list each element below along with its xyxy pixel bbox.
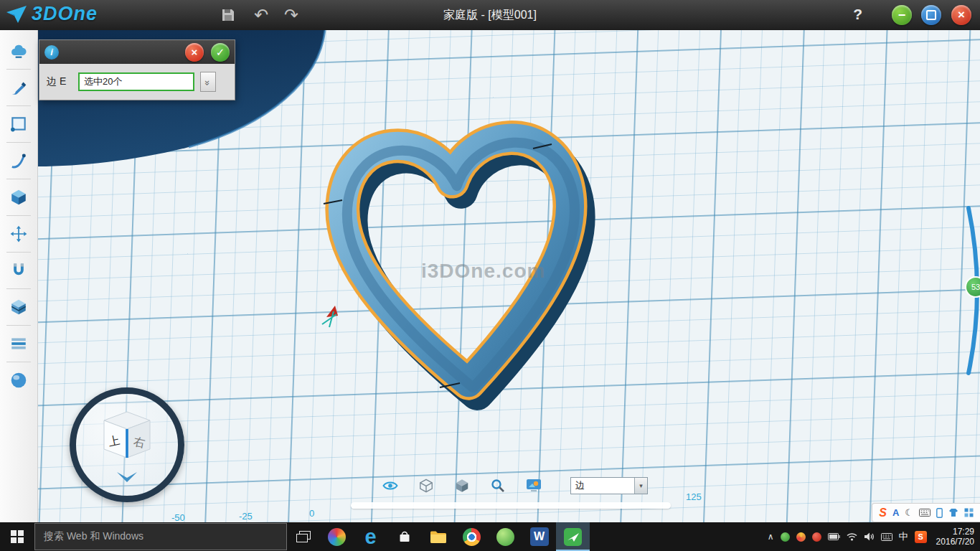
sogou-lang-icon[interactable]: A — [892, 507, 899, 518]
taskbar-app-green-browser[interactable] — [489, 522, 522, 551]
sphere-icon — [9, 371, 28, 390]
sogou-keyboard-icon[interactable] — [919, 509, 930, 517]
tray-expand-chevron[interactable]: ∧ — [768, 532, 774, 542]
minimize-button[interactable]: − — [892, 5, 912, 25]
pinwheel-icon — [328, 528, 346, 546]
tool-split-button[interactable] — [4, 293, 33, 321]
ime-indicator[interactable]: 中 — [899, 530, 908, 543]
taskbar-app-edge[interactable]: e — [354, 522, 387, 551]
shaded-cube-icon — [454, 478, 470, 494]
wifi-icon[interactable] — [847, 532, 857, 541]
curve-tool-icon — [9, 151, 28, 170]
divider — [6, 288, 31, 289]
tool-feature-button[interactable] — [4, 183, 33, 212]
taskbar-app-store[interactable] — [387, 522, 421, 551]
sogou-tray-icon[interactable]: S — [915, 531, 927, 543]
taskbar-search[interactable]: 搜索 Web 和 Windows — [34, 523, 287, 550]
eye-icon — [382, 480, 398, 491]
save-button[interactable] — [221, 7, 235, 26]
info-icon: i — [44, 45, 59, 60]
folder-icon — [430, 530, 447, 544]
tray-red-app-icon[interactable] — [812, 532, 821, 542]
taskbar-app-explorer[interactable] — [421, 522, 455, 551]
drag-handle-marker[interactable] — [322, 306, 338, 327]
wireframe-view-button[interactable] — [417, 476, 435, 495]
double-chevron-icon: » — [202, 80, 213, 83]
divider — [6, 252, 31, 253]
sogou-logo-icon[interactable]: S — [879, 507, 887, 519]
clock-time: 17:29 — [936, 527, 974, 537]
screenshot-button[interactable] — [524, 476, 543, 495]
edge-icon: e — [364, 527, 376, 547]
horizontal-scrollbar[interactable] — [351, 502, 671, 509]
selection-count-input[interactable] — [78, 72, 194, 91]
view-cube[interactable]: 上 右 — [70, 387, 184, 502]
magnifier-icon — [490, 478, 506, 494]
sogou-phone-icon[interactable] — [936, 508, 943, 518]
clock-date: 2016/7/20 — [936, 537, 974, 547]
tool-render-button[interactable] — [4, 366, 33, 395]
cancel-button[interactable]: × — [185, 43, 204, 62]
divider — [6, 325, 31, 326]
split-solid-icon — [9, 298, 28, 316]
logo-plane-icon — [6, 5, 27, 24]
sogou-toolbox-icon[interactable] — [964, 508, 974, 517]
axis-label: 0 — [309, 508, 314, 519]
filter-dropdown[interactable]: 边 ▾ — [570, 477, 648, 494]
tool-sketch-button[interactable] — [4, 110, 33, 138]
touch-keyboard-icon[interactable] — [881, 533, 892, 541]
expand-chevron-button[interactable]: » — [200, 72, 216, 92]
shaded-view-button[interactable] — [453, 476, 471, 495]
redo-button[interactable]: ↷ — [284, 6, 298, 24]
confirm-button[interactable]: ✓ — [211, 43, 230, 62]
undo-button[interactable]: ↶ — [254, 6, 268, 24]
tool-paint-button[interactable] — [4, 73, 33, 102]
word-icon: W — [530, 527, 549, 546]
close-button[interactable]: × — [951, 5, 971, 25]
taskbar-app-word[interactable]: W — [522, 522, 556, 551]
taskbar-app-3done[interactable] — [556, 522, 590, 551]
window-title: 家庭版 - [模型001] — [0, 0, 980, 30]
visibility-eye-button[interactable] — [381, 476, 400, 495]
taskbar-app-chrome[interactable] — [455, 522, 489, 551]
view-cube-rotate-arrows — [117, 472, 137, 482]
selection-dialog: i × ✓ 边 E » — [39, 39, 235, 100]
tool-assembly-button[interactable] — [4, 256, 33, 285]
watermark: i3DOne.com — [421, 260, 545, 283]
divider — [6, 105, 31, 106]
chrome-icon — [463, 528, 481, 546]
store-bag-icon — [397, 529, 413, 545]
task-view-icon — [296, 531, 311, 542]
titlebar: 3DOne ↶ ↷ 家庭版 - [模型001] ? − × — [0, 0, 980, 30]
viewport[interactable]: i3DOne.com -50 -25 0 125 — [38, 30, 980, 522]
tool-move-button[interactable] — [4, 220, 33, 248]
sogou-skin-icon[interactable] — [948, 508, 958, 517]
axis-label: -50 — [171, 512, 185, 522]
battery-icon[interactable] — [828, 533, 840, 540]
maximize-button[interactable] — [921, 5, 941, 25]
volume-icon[interactable] — [864, 532, 875, 541]
taskbar-app-pinwheel[interactable] — [320, 522, 354, 551]
tool-section-button[interactable] — [4, 329, 33, 358]
tray-colorful-app-icon[interactable] — [796, 532, 806, 542]
zoom-button[interactable] — [489, 476, 507, 495]
task-view-button[interactable] — [287, 522, 320, 551]
section-lines-icon — [9, 334, 28, 353]
windows-taskbar: 搜索 Web 和 Windows e W — [0, 522, 980, 551]
divider — [6, 179, 31, 179]
search-placeholder: 搜索 Web 和 Windows — [44, 530, 143, 543]
dropdown-arrow-icon[interactable]: ▾ — [634, 478, 647, 494]
tool-curve-button[interactable] — [4, 146, 33, 175]
edge-field-label: 边 E — [47, 75, 72, 88]
taskbar-clock[interactable]: 17:29 2016/7/20 — [933, 527, 974, 547]
divider — [6, 215, 31, 216]
tray-green-app-icon[interactable] — [781, 532, 790, 542]
help-button[interactable]: ? — [853, 6, 862, 23]
screenshot-icon — [525, 479, 542, 493]
start-button[interactable] — [0, 522, 34, 551]
tool-cloud-library-button[interactable] — [4, 37, 33, 65]
sogou-night-mode-icon[interactable]: ☾ — [905, 507, 913, 518]
sketch-plane-icon — [9, 115, 28, 133]
viewport-toolbar: 边 ▾ — [381, 476, 648, 495]
solid-cube-icon — [9, 188, 28, 207]
